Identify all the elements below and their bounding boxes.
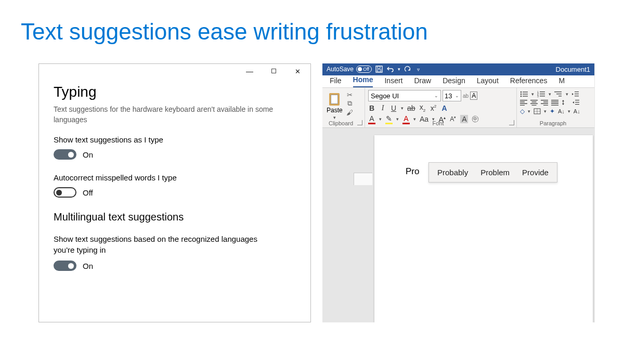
close-button[interactable] bbox=[289, 67, 306, 80]
svg-rect-18 bbox=[575, 92, 579, 92]
tab-file[interactable]: File bbox=[330, 76, 342, 87]
svg-rect-0 bbox=[376, 66, 382, 72]
autosave-label: AutoSave bbox=[327, 66, 354, 73]
cut-icon[interactable]: ✂ bbox=[346, 91, 354, 98]
svg-rect-34 bbox=[551, 101, 558, 102]
slide-title: Text suggestions ease writing frustratio… bbox=[0, 0, 624, 51]
svg-rect-32 bbox=[543, 105, 548, 106]
tab-draw[interactable]: Draw bbox=[414, 76, 431, 87]
italic-button[interactable]: I bbox=[379, 104, 386, 112]
line-spacing-icon[interactable] bbox=[562, 99, 569, 106]
settings-heading: Typing bbox=[54, 84, 296, 100]
undo-icon[interactable] bbox=[386, 65, 395, 73]
underline-dropdown-icon[interactable]: ▾ bbox=[401, 106, 404, 111]
borders-icon[interactable] bbox=[534, 108, 541, 114]
numbering-icon[interactable]: 123 bbox=[537, 91, 545, 97]
document-name: Document1 bbox=[556, 66, 590, 73]
font-launcher-icon[interactable] bbox=[509, 120, 514, 125]
svg-rect-35 bbox=[551, 103, 558, 103]
svg-rect-1 bbox=[378, 67, 380, 69]
bold-button[interactable]: B bbox=[368, 104, 375, 112]
svg-rect-40 bbox=[575, 102, 579, 102]
page-margin-icon bbox=[354, 173, 372, 185]
minimize-button[interactable] bbox=[241, 67, 258, 80]
multilevel-icon[interactable] bbox=[554, 91, 563, 97]
align-center-icon[interactable] bbox=[530, 100, 538, 106]
svg-rect-39 bbox=[575, 100, 579, 100]
underline-button[interactable]: U bbox=[390, 104, 397, 112]
svg-rect-33 bbox=[551, 100, 558, 100]
document-page[interactable]: Pro Probably Problem Provide bbox=[374, 135, 593, 322]
change-case-icon[interactable]: A bbox=[470, 92, 477, 100]
svg-rect-22 bbox=[520, 101, 525, 102]
suggestion-2[interactable]: Problem bbox=[474, 166, 516, 179]
strike-button[interactable]: ab bbox=[407, 104, 415, 112]
subscript-button[interactable]: x2 bbox=[419, 103, 426, 113]
tab-layout[interactable]: Layout bbox=[477, 76, 499, 87]
qat-customize-icon[interactable]: ▿ bbox=[417, 67, 420, 72]
format-painter-icon[interactable]: 🖌 bbox=[346, 109, 354, 116]
clear-format-icon[interactable]: ab bbox=[463, 93, 469, 99]
undo-dropdown-icon[interactable]: ▾ bbox=[398, 67, 400, 72]
group-paragraph: ▾ 123 ▾ ▾ bbox=[517, 88, 594, 127]
suggestion-1[interactable]: Probably bbox=[431, 166, 474, 179]
svg-rect-31 bbox=[541, 103, 548, 103]
autosave-toggle[interactable]: Off bbox=[356, 66, 372, 73]
group-clipboard-label: Clipboard bbox=[322, 120, 359, 126]
svg-rect-36 bbox=[551, 105, 558, 106]
tab-more-overflow[interactable]: M bbox=[558, 76, 565, 87]
tab-home[interactable]: Home bbox=[353, 75, 373, 87]
clipboard-launcher-icon[interactable] bbox=[357, 120, 362, 125]
svg-rect-28 bbox=[532, 105, 537, 106]
group-font-label: Font bbox=[365, 120, 511, 126]
font-size-select[interactable]: 13⌄ bbox=[443, 90, 461, 101]
sort-icon[interactable]: A↓ bbox=[558, 108, 565, 114]
text-effects-icon[interactable]: A bbox=[441, 104, 448, 112]
word-window: AutoSave Off ▾ ▿ Document1 File Home Ins… bbox=[322, 63, 595, 322]
svg-rect-27 bbox=[530, 103, 538, 103]
svg-rect-23 bbox=[520, 103, 527, 103]
svg-rect-41 bbox=[575, 104, 579, 105]
svg-rect-20 bbox=[575, 96, 579, 96]
font-family-select[interactable]: Segoe UI⌄ bbox=[368, 90, 441, 101]
suggestion-bar: Probably Problem Provide bbox=[428, 162, 557, 183]
svg-rect-29 bbox=[541, 100, 548, 100]
superscript-button[interactable]: x2 bbox=[430, 104, 437, 112]
save-icon[interactable] bbox=[375, 65, 383, 73]
align-justify-icon[interactable] bbox=[551, 100, 558, 106]
svg-rect-6 bbox=[523, 94, 528, 94]
toggle-show-suggestions-label: Show text suggestions as I type bbox=[54, 135, 296, 144]
word-titlebar: AutoSave Off ▾ ▿ Document1 bbox=[322, 63, 594, 75]
show-marks-icon[interactable]: ✦ bbox=[550, 108, 555, 115]
shading-icon[interactable]: ◇ bbox=[520, 108, 525, 115]
tab-references[interactable]: References bbox=[510, 76, 548, 87]
toggle-multilingual[interactable] bbox=[54, 261, 76, 271]
increase-indent-icon[interactable] bbox=[572, 99, 579, 106]
svg-rect-14 bbox=[540, 96, 545, 96]
copy-icon[interactable]: ⧉ bbox=[346, 100, 354, 107]
decrease-indent-icon[interactable] bbox=[571, 91, 579, 97]
align-right-icon[interactable] bbox=[541, 100, 548, 106]
toggle-autocorrect[interactable] bbox=[54, 187, 76, 198]
tab-design[interactable]: Design bbox=[443, 76, 465, 87]
toggle-show-suggestions[interactable] bbox=[54, 149, 76, 160]
svg-rect-15 bbox=[554, 92, 562, 92]
toggle-multilingual-label: Show text suggestions based on the recog… bbox=[54, 233, 272, 255]
paste-button[interactable]: Paste ▾ bbox=[326, 90, 344, 121]
svg-rect-16 bbox=[556, 94, 562, 94]
suggestion-3[interactable]: Provide bbox=[516, 166, 555, 179]
bullets-icon[interactable] bbox=[520, 91, 528, 97]
svg-rect-30 bbox=[543, 101, 548, 102]
align-left-icon[interactable] bbox=[520, 100, 527, 106]
group-font: Segoe UI⌄ 13⌄ ab A B I U ▾ ab bbox=[365, 88, 517, 127]
svg-rect-2 bbox=[378, 70, 381, 72]
redo-icon[interactable] bbox=[404, 65, 412, 73]
multilingual-heading: Multilingual text suggestions bbox=[54, 211, 296, 223]
svg-rect-19 bbox=[575, 94, 579, 94]
sort2-icon[interactable]: A↓ bbox=[574, 108, 580, 114]
svg-rect-21 bbox=[520, 100, 527, 100]
tab-insert[interactable]: Insert bbox=[384, 76, 402, 87]
svg-rect-25 bbox=[530, 100, 538, 100]
svg-rect-24 bbox=[520, 105, 525, 106]
maximize-button[interactable] bbox=[265, 67, 282, 80]
